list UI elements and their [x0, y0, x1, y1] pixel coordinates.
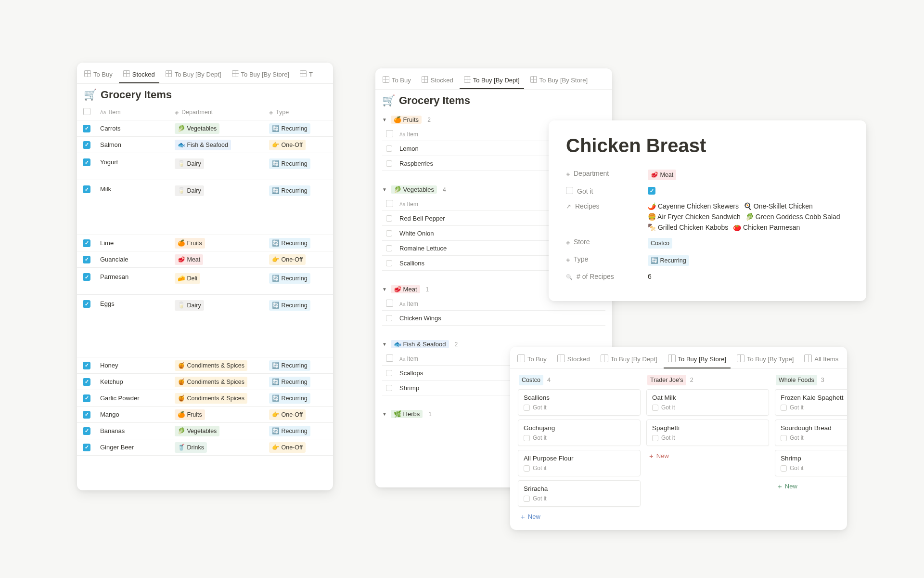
board-card[interactable]: Sourdough BreadGot it	[775, 420, 847, 446]
department-tag[interactable]: 🥛 Dairy	[175, 158, 204, 169]
table-row[interactable]: Ketchup🍯 Condiments & Spices🔄 Recurring	[77, 374, 333, 390]
item-cell[interactable]: Lime	[96, 239, 171, 247]
recipe-link[interactable]: 🍅 Chicken Parmesan	[733, 223, 800, 231]
list-item[interactable]: Chicken Wings	[382, 311, 605, 326]
item-cell[interactable]: Ketchup	[96, 378, 171, 385]
tab-stocked[interactable]: Stocked	[417, 73, 458, 89]
row-checkbox[interactable]	[83, 394, 90, 402]
row-checkbox[interactable]	[83, 362, 90, 369]
department-tag[interactable]: 🥤 Drinks	[175, 442, 207, 453]
row-checkbox[interactable]	[83, 239, 90, 247]
type-tag[interactable]: 👉 One-Off	[269, 140, 306, 150]
tab-to-buy[interactable]: To Buy	[80, 67, 117, 83]
got-it-checkbox[interactable]	[524, 405, 530, 411]
table-row[interactable]: Carrots🥬 Vegetables🔄 Recurring	[77, 120, 333, 137]
tab-to-buy-by-store-[interactable]: To Buy [By Store]	[526, 73, 592, 89]
got-it-checkbox[interactable]	[781, 465, 787, 472]
row-checkbox[interactable]	[83, 125, 90, 132]
tab-to-buy-by-type-[interactable]: To Buy [By Type]	[732, 352, 798, 368]
got-it-checkbox[interactable]	[781, 405, 787, 411]
item-column-header[interactable]: Item	[96, 109, 171, 116]
row-checkbox[interactable]	[83, 256, 90, 263]
tab-stocked[interactable]: Stocked	[553, 352, 594, 368]
board-card[interactable]: Frozen Kale SpaghettGot it	[775, 389, 847, 416]
item-cell[interactable]: Yogurt	[96, 155, 171, 166]
department-column-header[interactable]: Department	[171, 109, 265, 116]
board-card[interactable]: GochujangGot it	[518, 420, 641, 446]
type-tag[interactable]: 🔄 Recurring	[648, 255, 689, 266]
group-label[interactable]: 🐟 Fish & Seafood	[391, 340, 449, 348]
type-tag[interactable]: 👉 One-Off	[269, 254, 306, 265]
table-row[interactable]: Milk🥛 Dairy🔄 Recurring	[77, 180, 333, 235]
item-cell[interactable]: Mango	[96, 411, 171, 418]
type-tag[interactable]: 🔄 Recurring	[269, 123, 310, 134]
column-label[interactable]: Trader Joe's	[647, 375, 686, 385]
tab-t[interactable]: T	[295, 67, 317, 83]
got-it-checkbox[interactable]	[524, 435, 530, 441]
row-checkbox[interactable]	[83, 427, 90, 435]
group-label[interactable]: 🥬 Vegetables	[391, 185, 437, 194]
tab-to-buy[interactable]: To Buy	[513, 352, 551, 368]
item-cell[interactable]: Bananas	[96, 427, 171, 434]
new-card-button[interactable]: +New	[775, 480, 847, 492]
group-label[interactable]: 🌿 Herbs	[391, 410, 423, 418]
type-tag[interactable]: 🔄 Recurring	[269, 273, 310, 284]
row-checkbox[interactable]	[83, 378, 90, 386]
department-tag[interactable]: 🍊 Fruits	[175, 409, 205, 420]
department-tag[interactable]: 🥛 Dairy	[175, 185, 204, 196]
row-checkbox[interactable]	[386, 370, 392, 376]
type-tag[interactable]: 🔄 Recurring	[269, 238, 310, 249]
group-toggle[interactable]: ▼	[382, 342, 387, 347]
department-tag[interactable]: 🥛 Dairy	[175, 300, 204, 311]
table-row[interactable]: Mango🍊 Fruits👉 One-Off	[77, 407, 333, 423]
tab-to-buy-by-dept-[interactable]: To Buy [By Dept]	[161, 67, 226, 83]
recipe-link[interactable]: 🍳 One-Skillet Chicken	[744, 202, 813, 210]
type-tag[interactable]: 👉 One-Off	[269, 442, 306, 453]
detail-title[interactable]: Chicken Breast	[566, 135, 849, 157]
department-tag[interactable]: 🥩 Meat	[648, 170, 676, 180]
tab-to-buy-by-dept-[interactable]: To Buy [By Dept]	[596, 352, 662, 368]
item-cell[interactable]: Milk	[96, 182, 171, 193]
table-row[interactable]: Lime🍊 Fruits🔄 Recurring	[77, 235, 333, 251]
group-toggle[interactable]: ▼	[382, 411, 387, 417]
board-card[interactable]: All Purpose FlourGot it	[518, 450, 641, 476]
board-card[interactable]: Oat MilkGot it	[646, 389, 769, 416]
item-cell[interactable]: Salmon	[96, 141, 171, 148]
item-cell[interactable]: Parmesan	[96, 270, 171, 280]
got-it-checkbox[interactable]	[652, 435, 658, 441]
type-tag[interactable]: 🔄 Recurring	[269, 360, 310, 371]
board-card[interactable]: SrirachaGot it	[518, 480, 641, 507]
column-label[interactable]: Whole Foods	[776, 375, 817, 385]
type-tag[interactable]: 🔄 Recurring	[269, 426, 310, 436]
table-row[interactable]: Parmesan🧀 Deli🔄 Recurring	[77, 268, 333, 295]
group-label[interactable]: 🍊 Fruits	[391, 116, 422, 124]
tab-all-items[interactable]: All Items	[800, 352, 843, 368]
group-label[interactable]: 🥩 Meat	[391, 285, 420, 293]
table-row[interactable]: Honey🍯 Condiments & Spices🔄 Recurring	[77, 357, 333, 374]
got-it-checkbox[interactable]	[524, 465, 530, 472]
tab-stocked[interactable]: Stocked	[119, 67, 159, 83]
department-tag[interactable]: 🐟 Fish & Seafood	[175, 140, 231, 150]
row-checkbox[interactable]	[386, 215, 392, 222]
row-checkbox[interactable]	[83, 158, 90, 166]
type-tag[interactable]: 🔄 Recurring	[269, 393, 310, 404]
row-checkbox[interactable]	[83, 141, 90, 149]
row-checkbox[interactable]	[386, 315, 392, 321]
recipe-link[interactable]: 🍢 Grilled Chicken Kabobs	[648, 223, 728, 231]
board-card[interactable]: ScallionsGot it	[518, 389, 641, 416]
row-checkbox[interactable]	[83, 273, 90, 281]
table-row[interactable]: Yogurt🥛 Dairy🔄 Recurring	[77, 153, 333, 180]
item-cell[interactable]: Ginger Beer	[96, 444, 171, 451]
department-tag[interactable]: 🥩 Meat	[175, 254, 203, 265]
table-row[interactable]: Eggs🥛 Dairy🔄 Recurring	[77, 295, 333, 357]
group-toggle[interactable]: ▼	[382, 187, 387, 192]
table-row[interactable]: Bananas🥬 Vegetables🔄 Recurring	[77, 423, 333, 439]
row-checkbox[interactable]	[83, 411, 90, 419]
row-checkbox[interactable]	[386, 245, 392, 251]
department-tag[interactable]: 🥬 Vegetables	[175, 123, 219, 134]
row-checkbox[interactable]	[386, 260, 392, 266]
recipe-link[interactable]: 🍔 Air Fryer Chicken Sandwich	[648, 213, 741, 221]
item-cell[interactable]: Garlic Powder	[96, 394, 171, 402]
table-row[interactable]: Garlic Powder🍯 Condiments & Spices🔄 Recu…	[77, 390, 333, 407]
got-it-checkbox[interactable]	[648, 187, 655, 195]
